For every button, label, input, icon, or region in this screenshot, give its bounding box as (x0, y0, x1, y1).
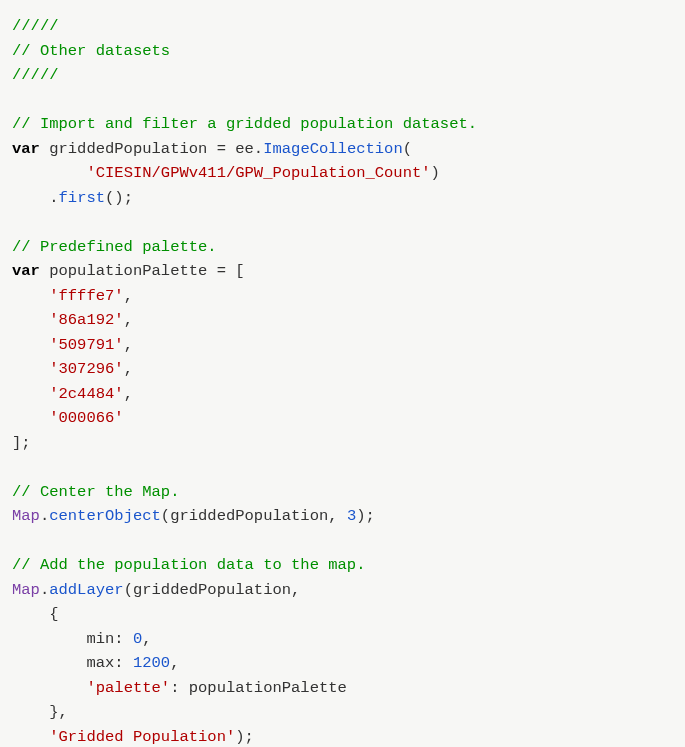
comma: , (142, 630, 151, 648)
indent (12, 189, 49, 207)
string-literal: '307296' (49, 360, 123, 378)
comment-line: // Import and filter a gridded populatio… (12, 115, 477, 133)
prop-key: min: (86, 630, 133, 648)
brace-open: { (12, 605, 59, 623)
code-block: ///// // Other datasets ///// // Import … (0, 0, 685, 747)
dot: . (40, 581, 49, 599)
paren: ) (431, 164, 440, 182)
dot: . (49, 189, 58, 207)
method-call: ImageCollection (263, 140, 403, 158)
number-literal: 0 (133, 630, 142, 648)
keyword-var: var (12, 140, 40, 158)
indent (12, 287, 49, 305)
dot: . (40, 507, 49, 525)
comment-line: // Predefined palette. (12, 238, 217, 256)
indent (12, 679, 86, 697)
string-literal: '2c4484' (49, 385, 123, 403)
indent (12, 654, 86, 672)
string-literal: '509791' (49, 336, 123, 354)
comma: , (124, 311, 133, 329)
method-call: centerObject (49, 507, 161, 525)
comment-line: ///// (12, 66, 59, 84)
operator: = (217, 140, 236, 158)
indent (12, 360, 49, 378)
keyword-var: var (12, 262, 40, 280)
indent (12, 336, 49, 354)
prop-value: : populationPalette (170, 679, 347, 697)
comment-line: // Center the Map. (12, 483, 179, 501)
indent (12, 164, 86, 182)
call-end: (); (105, 189, 133, 207)
identifier: griddedPopulation (40, 140, 217, 158)
indent (12, 409, 49, 427)
map-object: Map (12, 507, 40, 525)
comma: , (170, 654, 179, 672)
prop-key-string: 'palette' (86, 679, 170, 697)
indent (12, 385, 49, 403)
indent (12, 311, 49, 329)
args: (griddedPopulation, (161, 507, 347, 525)
operator: = [ (217, 262, 245, 280)
string-literal: 'Gridded Population' (49, 728, 235, 746)
identifier: populationPalette (40, 262, 217, 280)
comma: , (124, 287, 133, 305)
comment-line: // Other datasets (12, 42, 170, 60)
indent (12, 728, 49, 746)
string-literal: '000066' (49, 409, 123, 427)
number-literal: 1200 (133, 654, 170, 672)
comma: , (124, 336, 133, 354)
args: (griddedPopulation, (124, 581, 301, 599)
dot: . (254, 140, 263, 158)
identifier: ee (235, 140, 254, 158)
comment-line: ///// (12, 17, 59, 35)
number-literal: 3 (347, 507, 356, 525)
comma: , (124, 385, 133, 403)
method-call: first (59, 189, 106, 207)
map-object: Map (12, 581, 40, 599)
method-call: addLayer (49, 581, 123, 599)
string-literal: '86a192' (49, 311, 123, 329)
paren: ( (403, 140, 412, 158)
prop-key: max: (86, 654, 133, 672)
call-end: ); (356, 507, 375, 525)
call-end: ); (235, 728, 254, 746)
comma: , (124, 360, 133, 378)
indent (12, 630, 86, 648)
string-literal: 'CIESIN/GPWv411/GPW_Population_Count' (86, 164, 430, 182)
string-literal: 'ffffe7' (49, 287, 123, 305)
brace-close: }, (12, 703, 68, 721)
comment-line: // Add the population data to the map. (12, 556, 365, 574)
array-close: ]; (12, 434, 31, 452)
